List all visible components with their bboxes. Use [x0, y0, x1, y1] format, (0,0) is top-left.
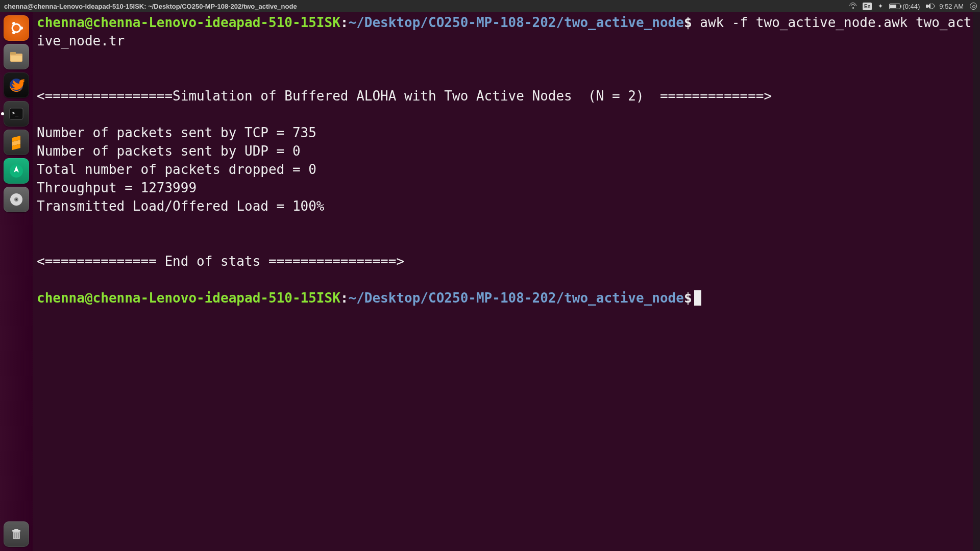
system-tray: En ✦ (0:44) 9:52 AM — [849, 3, 977, 10]
dash-icon — [8, 19, 25, 37]
disc-icon — [8, 191, 25, 208]
files-button[interactable] — [4, 44, 29, 69]
terminal-pane[interactable]: chenna@chenna-Lenovo-ideapad-510-15ISK:~… — [33, 12, 980, 551]
keyboard-layout-label: En — [863, 3, 872, 10]
output-line: Transmitted Load/Offered Load = 100% — [37, 198, 325, 214]
terminal-scrollbar[interactable] — [973, 12, 980, 551]
firefox-icon — [8, 77, 25, 94]
svg-point-14 — [16, 199, 17, 201]
cursor — [694, 290, 701, 306]
battery-indicator[interactable]: (0:44) — [889, 3, 920, 10]
navigation-icon — [8, 162, 25, 180]
svg-text:>_: >_ — [12, 110, 19, 116]
window-title: chenna@chenna-Lenovo-ideapad-510-15ISK: … — [4, 3, 297, 10]
battery-icon — [889, 4, 900, 9]
prompt-sep: : — [340, 290, 349, 306]
sublime-button[interactable] — [4, 130, 29, 155]
prompt-dollar: $ — [684, 15, 692, 30]
terminal-icon: >_ — [8, 105, 25, 122]
svg-point-2 — [12, 22, 15, 25]
prompt-user: chenna@chenna-Lenovo-ideapad-510-15ISK — [37, 15, 340, 30]
gear-icon — [970, 3, 977, 10]
terminal-button[interactable]: >_ — [4, 101, 29, 127]
sublime-icon — [8, 134, 25, 151]
files-icon — [8, 48, 25, 65]
prompt-dollar: $ — [684, 290, 692, 306]
prompt-sep: : — [340, 15, 349, 30]
svg-rect-17 — [14, 529, 18, 531]
prompt-user: chenna@chenna-Lenovo-ideapad-510-15ISK — [37, 290, 340, 306]
prompt-path: ~/Desktop/CO250-MP-108-202/two_active_no… — [348, 15, 683, 30]
dash-button[interactable] — [4, 15, 29, 41]
output-line: Total number of packets dropped = 0 — [37, 162, 316, 177]
svg-point-3 — [12, 31, 15, 34]
svg-rect-5 — [10, 52, 16, 55]
top-menubar: chenna@chenna-Lenovo-ideapad-510-15ISK: … — [0, 0, 980, 12]
disc-button[interactable] — [4, 187, 29, 212]
sound-indicator[interactable] — [926, 3, 933, 9]
trash-button[interactable] — [4, 521, 29, 547]
svg-rect-6 — [11, 56, 22, 61]
navigation-button[interactable] — [4, 158, 29, 184]
keyboard-indicator[interactable]: En — [863, 3, 872, 10]
output-line: Throughput = 1273999 — [37, 180, 197, 195]
battery-time: (0:44) — [902, 3, 920, 10]
output-line: Number of packets sent by TCP = 735 — [37, 125, 316, 140]
prompt-path: ~/Desktop/CO250-MP-108-202/two_active_no… — [348, 290, 683, 306]
output-line: Number of packets sent by UDP = 0 — [37, 143, 301, 159]
svg-point-0 — [12, 24, 20, 32]
clock[interactable]: 9:52 AM — [939, 3, 964, 10]
session-indicator[interactable] — [970, 3, 977, 10]
unity-launcher: >_ — [0, 12, 33, 551]
output-footer: <============== End of stats ===========… — [37, 254, 404, 269]
running-pip — [1, 112, 4, 115]
wifi-icon — [849, 3, 856, 10]
network-indicator[interactable] — [849, 3, 856, 10]
bluetooth-icon[interactable]: ✦ — [878, 3, 883, 10]
svg-point-1 — [20, 27, 23, 30]
volume-icon — [926, 3, 933, 9]
firefox-button[interactable] — [4, 72, 29, 98]
trash-icon — [8, 525, 25, 543]
output-header: <================Simulation of Buffered … — [37, 88, 772, 104]
